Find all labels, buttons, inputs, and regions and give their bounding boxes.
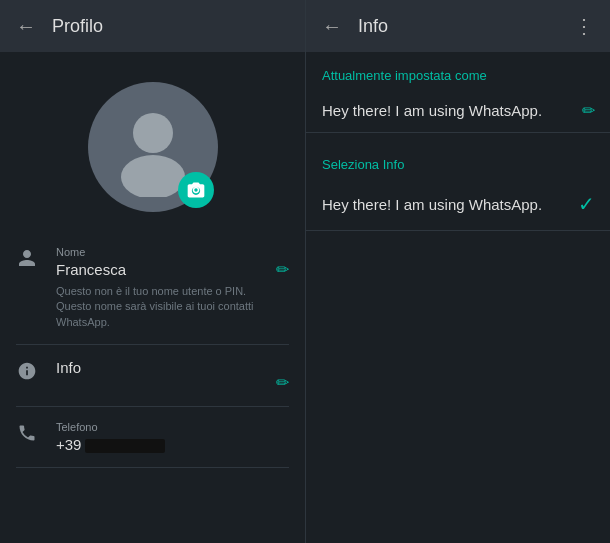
phone-label: Telefono [56, 421, 289, 433]
avatar-section [0, 52, 305, 232]
camera-icon [186, 180, 206, 200]
left-back-icon[interactable]: ← [16, 15, 36, 38]
seleziona-section: Seleziona Info Hey there! I am using Wha… [306, 141, 610, 231]
info-edit-icon[interactable]: ✏ [276, 373, 289, 392]
right-panel-title: Info [358, 16, 388, 37]
camera-button[interactable] [178, 172, 214, 208]
svg-point-0 [133, 113, 173, 153]
right-header: ← Info ⋮ [306, 0, 610, 52]
info-value: Info [56, 359, 268, 376]
phone-row: Telefono +39 [16, 407, 289, 468]
more-options-icon[interactable]: ⋮ [574, 14, 595, 38]
left-panel-title: Profilo [52, 16, 103, 37]
info-row: Info ✏ [16, 345, 289, 407]
current-status-edit-icon[interactable]: ✏ [582, 101, 595, 120]
name-row-content: Nome Francesca Questo non è il tuo nome … [56, 246, 268, 330]
name-value: Francesca [56, 261, 268, 278]
right-content: Attualmente impostata come Hey there! I … [306, 52, 610, 543]
phone-row-content: Telefono +39 [56, 421, 289, 453]
svg-point-1 [121, 155, 185, 197]
name-subtext: Questo non è il tuo nome utente o PIN. Q… [56, 284, 268, 330]
right-back-icon[interactable]: ← [322, 15, 342, 38]
seleziona-row-0[interactable]: Hey there! I am using WhatsApp. ✓ [306, 178, 610, 231]
left-header: ← Profilo [0, 0, 305, 52]
current-status-row: Hey there! I am using WhatsApp. ✏ [306, 89, 610, 133]
name-edit-icon[interactable]: ✏ [276, 260, 289, 279]
name-label: Nome [56, 246, 268, 258]
seleziona-label: Seleziona Info [306, 141, 610, 178]
info-rows: Nome Francesca Questo non è il tuo nome … [0, 232, 305, 543]
right-header-left: ← Info [322, 15, 388, 38]
person-row-icon [16, 248, 38, 268]
phone-value: +39 [56, 436, 289, 453]
right-panel: ← Info ⋮ Attualmente impostata come Hey … [306, 0, 610, 543]
current-section-label: Attualmente impostata come [306, 52, 610, 89]
current-status-text: Hey there! I am using WhatsApp. [322, 102, 542, 119]
phone-row-icon [16, 423, 38, 443]
name-row: Nome Francesca Questo non è il tuo nome … [16, 232, 289, 345]
avatar-wrapper [88, 82, 218, 212]
info-row-icon [16, 361, 38, 381]
info-row-content: Info [56, 359, 268, 376]
check-icon: ✓ [578, 192, 595, 216]
seleziona-item-text: Hey there! I am using WhatsApp. [322, 196, 542, 213]
left-panel: ← Profilo [0, 0, 305, 543]
phone-redacted [85, 439, 165, 453]
